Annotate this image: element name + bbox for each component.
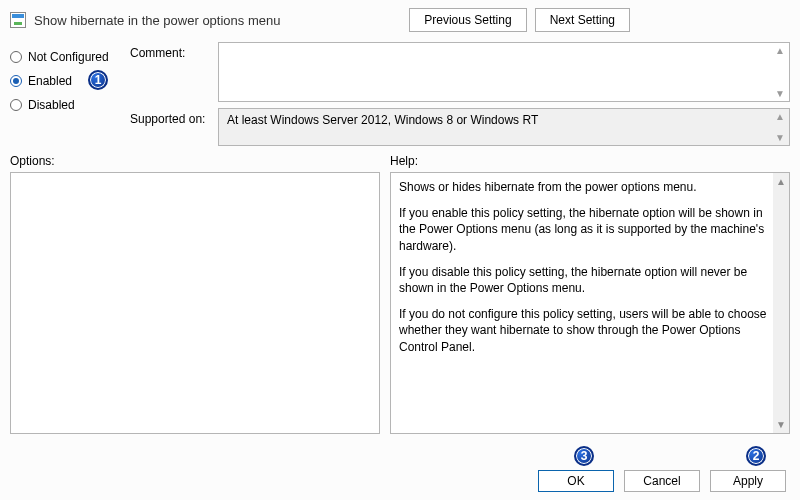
previous-setting-button[interactable]: Previous Setting bbox=[409, 8, 526, 32]
comment-label: Comment: bbox=[130, 42, 210, 102]
apply-button[interactable]: Apply bbox=[710, 470, 786, 492]
scroll-down-icon[interactable]: ▼ bbox=[774, 88, 786, 99]
help-p1: Shows or hides hibernate from the power … bbox=[399, 179, 771, 195]
radio-label: Enabled bbox=[28, 74, 72, 88]
radio-icon bbox=[10, 99, 22, 111]
comment-textarea[interactable]: ▲ ▼ bbox=[218, 42, 790, 102]
ok-button[interactable]: OK bbox=[538, 470, 614, 492]
help-p2: If you enable this policy setting, the h… bbox=[399, 205, 771, 254]
cancel-button[interactable]: Cancel bbox=[624, 470, 700, 492]
scroll-up-icon[interactable]: ▲ bbox=[774, 111, 786, 122]
help-p4: If you do not configure this policy sett… bbox=[399, 306, 771, 355]
page-title: Show hibernate in the power options menu bbox=[34, 13, 409, 28]
radio-enabled[interactable]: Enabled 1 bbox=[10, 74, 120, 88]
radio-not-configured[interactable]: Not Configured bbox=[10, 50, 120, 64]
help-scrollbar[interactable]: ▲ ▼ bbox=[773, 173, 789, 433]
radio-label: Disabled bbox=[28, 98, 75, 112]
policy-icon bbox=[10, 12, 26, 28]
supported-on-box: At least Windows Server 2012, Windows 8 … bbox=[218, 108, 790, 146]
scroll-down-icon[interactable]: ▼ bbox=[776, 416, 786, 434]
scroll-up-icon[interactable]: ▲ bbox=[776, 173, 786, 191]
annotation-badge-3: 3 bbox=[574, 446, 594, 466]
supported-on-value: At least Windows Server 2012, Windows 8 … bbox=[227, 113, 538, 127]
options-panel bbox=[10, 172, 380, 434]
help-panel: Shows or hides hibernate from the power … bbox=[390, 172, 790, 434]
radio-icon bbox=[10, 51, 22, 63]
radio-icon bbox=[10, 75, 22, 87]
radio-label: Not Configured bbox=[28, 50, 109, 64]
annotation-badge-1: 1 bbox=[88, 70, 108, 90]
scroll-down-icon[interactable]: ▼ bbox=[774, 132, 786, 143]
scroll-up-icon[interactable]: ▲ bbox=[774, 45, 786, 56]
supported-on-label: Supported on: bbox=[130, 108, 210, 146]
help-p3: If you disable this policy setting, the … bbox=[399, 264, 771, 296]
next-setting-button[interactable]: Next Setting bbox=[535, 8, 630, 32]
options-label: Options: bbox=[10, 154, 380, 168]
help-label: Help: bbox=[390, 154, 790, 168]
annotation-badge-2: 2 bbox=[746, 446, 766, 466]
radio-disabled[interactable]: Disabled bbox=[10, 98, 120, 112]
